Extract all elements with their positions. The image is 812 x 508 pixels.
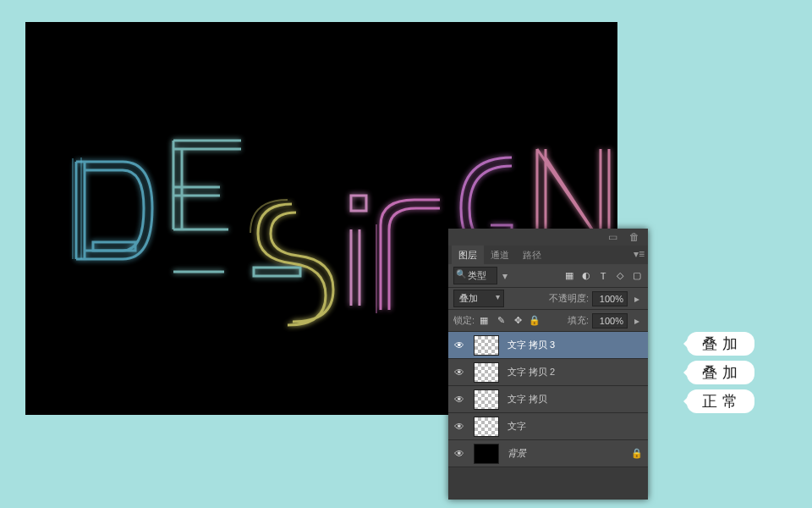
tab-layers[interactable]: 图层 [452,246,484,265]
tab-paths[interactable]: 路径 [516,246,548,265]
layer-row[interactable]: 👁 背景 🔒 [448,440,648,467]
fill-stepper-icon[interactable]: ▸ [631,315,643,327]
visibility-icon[interactable]: 👁 [453,421,465,433]
layer-name[interactable]: 文字 拷贝 [508,393,643,406]
lock-transparency-icon[interactable]: ▦ [478,315,490,327]
callout: 叠加 [687,361,754,384]
lock-all-icon[interactable]: 🔒 [529,315,540,327]
layer-row[interactable]: 👁 文字 [448,413,648,440]
layer-list: 👁 文字 拷贝 3 👁 文字 拷贝 2 👁 文字 拷贝 👁 文字 👁 背景 🔒 [448,332,648,467]
layer-kind-select[interactable]: 类型 [453,267,497,284]
panel-titlebar: ▭ 🗑 [448,229,648,246]
type-icon[interactable]: T [597,270,609,282]
opacity-field[interactable]: 100% [592,291,628,306]
layer-thumbnail [474,335,499,356]
lock-fill-row: 锁定: ▦ ✎ ✥ 🔒 填充: 100% ▸ [448,310,648,332]
layer-name[interactable]: 文字 [508,420,643,433]
visibility-icon[interactable]: 👁 [453,340,465,351]
visibility-icon[interactable]: 👁 [453,448,465,460]
callout: 正常 [687,389,754,413]
blend-opacity-row: 叠加 不透明度: 100% ▸ [448,288,648,310]
layer-name[interactable]: 背景 [508,447,623,460]
layer-thumbnail [474,444,499,464]
opacity-label: 不透明度: [549,292,589,305]
layer-name[interactable]: 文字 拷贝 2 [508,366,643,378]
visibility-icon[interactable]: 👁 [453,367,465,378]
adjustment-icon[interactable]: ◐ [580,270,592,282]
layer-name[interactable]: 文字 拷贝 3 [508,339,643,351]
lock-label: 锁定: [453,314,475,327]
layer-thumbnail [474,417,499,437]
panel-menu-icon[interactable]: ▾≡ [634,248,645,260]
layer-thumbnail [474,389,499,410]
minimize-panel-icon[interactable]: ▭ [606,230,619,244]
opacity-stepper-icon[interactable]: ▸ [631,293,643,305]
layer-row[interactable]: 👁 文字 拷贝 [448,386,648,413]
lock-position-icon[interactable]: ✥ [512,315,524,327]
layers-panel: ▭ 🗑 图层 通道 路径 ▾≡ 类型 ▾ ▦ ◐ T ◇ ▢ 叠加 不透明度: … [448,229,648,500]
fill-field[interactable]: 100% [592,313,628,329]
panel-tabs: 图层 通道 路径 ▾≡ [448,246,648,264]
tab-channels[interactable]: 通道 [484,246,516,265]
visibility-icon[interactable]: 👁 [453,394,465,406]
callout: 叠加 [687,332,754,356]
blend-mode-select[interactable]: 叠加 [453,290,504,307]
image-icon[interactable]: ▦ [563,270,575,282]
lock-paint-icon[interactable]: ✎ [495,315,507,327]
layer-thumbnail [474,362,499,383]
fill-label: 填充: [568,314,589,327]
panel-footer [448,467,648,500]
shape-icon[interactable]: ◇ [614,270,626,282]
trash-icon[interactable]: 🗑 [628,230,641,244]
layer-row[interactable]: 👁 文字 拷贝 2 [448,359,648,386]
layer-filter-row: 类型 ▾ ▦ ◐ T ◇ ▢ [448,264,648,288]
layer-row[interactable]: 👁 文字 拷贝 3 [448,332,648,359]
lock-icon: 🔒 [631,448,643,459]
smartobject-icon[interactable]: ▢ [631,270,643,282]
